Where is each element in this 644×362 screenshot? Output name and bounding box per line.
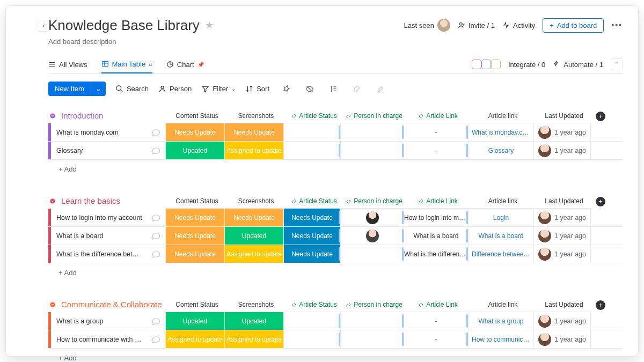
status-cell[interactable]: Needs Update — [284, 209, 341, 226]
status-cell[interactable]: Assigned to update — [225, 142, 284, 159]
mirror-link-cell[interactable]: - — [404, 312, 469, 330]
last-updated-cell[interactable]: 1 year ago — [534, 245, 591, 263]
link-cell[interactable]: What is monday.com — [469, 123, 534, 141]
updater-avatar — [538, 333, 551, 346]
status-cell[interactable]: Needs Update — [166, 227, 225, 245]
status-cell[interactable]: Needs Update — [225, 209, 284, 226]
status-cell[interactable]: Updated — [225, 227, 284, 245]
person-cell[interactable] — [341, 227, 404, 245]
updater-avatar — [538, 126, 551, 139]
link-cell[interactable]: Difference between … — [469, 245, 534, 263]
last-updated-cell[interactable]: 1 year ago — [534, 142, 591, 159]
status-cell[interactable]: Updated — [166, 312, 225, 330]
updater-avatar — [538, 315, 551, 328]
last-updated-cell[interactable]: 1 year ago — [534, 227, 591, 245]
status-cell[interactable]: Needs Update — [166, 209, 225, 226]
last-updated-cell[interactable]: 1 year ago — [534, 312, 591, 330]
person-avatar — [366, 211, 379, 224]
link-cell[interactable]: Login — [469, 209, 534, 226]
status-cell[interactable]: Updated — [166, 142, 225, 159]
mirror-link-cell[interactable]: - — [404, 123, 469, 141]
status-cell[interactable]: Needs Update — [166, 123, 225, 141]
mirror-link-cell[interactable]: - — [404, 330, 469, 348]
cell-empty[interactable] — [284, 330, 341, 348]
last-updated-cell[interactable]: 1 year ago — [534, 123, 591, 141]
person-cell[interactable] — [341, 209, 404, 226]
person-cell[interactable] — [341, 142, 404, 159]
cell-empty[interactable] — [284, 312, 341, 330]
cell-empty[interactable] — [284, 142, 341, 159]
last-updated-cell[interactable]: 1 year ago — [534, 330, 591, 348]
link-cell[interactable]: What is a group — [469, 312, 534, 330]
updater-avatar — [538, 248, 551, 261]
mirror-link-cell[interactable]: What is the differenc… — [404, 245, 469, 263]
mirror-link-cell[interactable]: How to login into my… — [404, 209, 469, 226]
updater-avatar — [538, 211, 551, 224]
status-cell[interactable]: Needs Update — [284, 245, 341, 263]
person-cell[interactable] — [341, 312, 404, 330]
status-cell[interactable]: Updated — [225, 312, 284, 330]
person-cell[interactable] — [341, 245, 404, 263]
mirror-link-cell[interactable]: What is a board — [404, 227, 469, 245]
link-cell[interactable]: Glossary — [469, 142, 534, 159]
updater-avatar — [538, 144, 551, 157]
link-cell[interactable]: What is a board — [469, 227, 534, 245]
last-updated-cell[interactable]: 1 year ago — [534, 209, 591, 226]
status-cell[interactable]: Assigned to update — [166, 330, 225, 348]
person-avatar — [366, 230, 379, 242]
person-cell[interactable] — [341, 330, 404, 348]
cell-empty[interactable] — [284, 123, 341, 141]
status-cell[interactable]: Assigned to update — [225, 245, 284, 263]
updater-avatar — [538, 230, 551, 242]
status-cell[interactable]: Assigned to update — [225, 330, 284, 348]
person-cell[interactable] — [341, 123, 404, 141]
status-cell[interactable]: Needs Update — [166, 245, 225, 263]
status-cell[interactable]: Needs Update — [225, 123, 284, 141]
link-cell[interactable]: How to communicat… — [469, 330, 534, 348]
expand-panel-button[interactable]: › — [38, 20, 49, 32]
mirror-link-cell[interactable]: - — [404, 142, 469, 159]
status-cell[interactable]: Needs Update — [284, 227, 341, 245]
